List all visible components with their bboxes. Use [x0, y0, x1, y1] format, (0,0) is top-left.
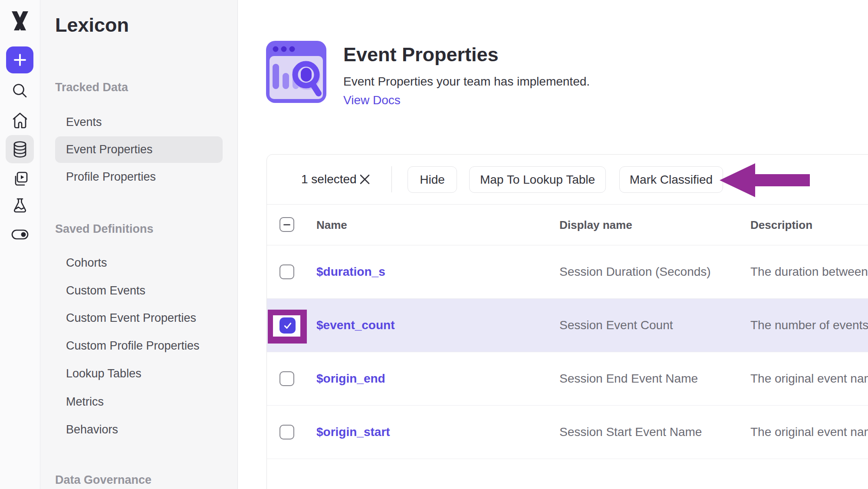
selected-count-label: 1 selected	[301, 172, 357, 186]
sidebar-item-lookup-tables[interactable]: Lookup Tables	[66, 367, 141, 380]
property-name-link[interactable]: $duration_s	[316, 265, 385, 279]
page-subtitle: Event Properties your team has implement…	[343, 75, 590, 89]
selection-toolbar: 1 selected Hide Map To Lookup Table Mark…	[267, 155, 868, 205]
map-to-lookup-table-button[interactable]: Map To Lookup Table	[469, 166, 606, 193]
sidebar-item-events[interactable]: Events	[66, 116, 102, 129]
table-header-row: Name Display name Description	[267, 205, 868, 245]
column-header-name[interactable]: Name	[316, 218, 347, 231]
mark-classified-button[interactable]: Mark Classified	[619, 166, 723, 193]
event-properties-table-card: 1 selected Hide Map To Lookup Table Mark…	[266, 154, 868, 489]
boards-icon[interactable]	[12, 171, 28, 187]
display-name-cell: Session Start Event Name	[559, 425, 702, 439]
description-cell: The original event nam	[750, 372, 868, 386]
display-name-cell: Session Event Count	[559, 318, 673, 332]
sidebar-item-profile-properties[interactable]: Profile Properties	[66, 170, 156, 184]
property-name-link[interactable]: $event_count	[316, 318, 395, 332]
select-all-checkbox[interactable]	[279, 217, 294, 232]
search-icon[interactable]	[12, 83, 28, 99]
sidebar-item-behaviors[interactable]: Behaviors	[66, 423, 118, 436]
sidebar-item-custom-event-properties[interactable]: Custom Event Properties	[66, 311, 196, 325]
display-name-cell: Session Duration (Seconds)	[559, 265, 711, 279]
home-icon[interactable]	[12, 112, 28, 129]
mixpanel-logo-icon[interactable]	[10, 11, 30, 33]
hide-button[interactable]: Hide	[408, 166, 457, 193]
page-title-lexicon: Lexicon	[55, 14, 129, 36]
toolbar-divider	[391, 166, 392, 192]
view-docs-link[interactable]: View Docs	[343, 93, 401, 107]
sidebar-item-event-properties[interactable]: Event Properties	[66, 143, 153, 156]
database-icon[interactable]	[13, 140, 27, 159]
lexicon-sidebar: Lexicon Tracked Data Events Event Proper…	[40, 0, 238, 489]
clear-selection-close-icon[interactable]	[359, 174, 371, 185]
sidebar-item-custom-events[interactable]: Custom Events	[66, 284, 145, 297]
section-data-governance: Data Governance	[55, 473, 151, 487]
sidebar-item-cohorts[interactable]: Cohorts	[66, 256, 107, 270]
sidebar-item-metrics[interactable]: Metrics	[66, 395, 104, 409]
table-row: $duration_s Session Duration (Seconds) T…	[267, 245, 868, 299]
table-row: $event_count Session Event Count The num…	[267, 299, 868, 352]
property-name-link[interactable]: $origin_start	[316, 425, 390, 439]
section-tracked-data: Tracked Data	[55, 81, 128, 94]
indeterminate-dash-icon	[283, 224, 290, 225]
description-cell: The number of events	[750, 318, 868, 332]
toggle-icon[interactable]	[11, 229, 29, 240]
table-row: $origin_end Session End Event Name The o…	[267, 352, 868, 406]
property-name-link[interactable]: $origin_end	[316, 372, 385, 386]
icon-rail	[0, 0, 40, 489]
section-saved-definitions: Saved Definitions	[55, 222, 154, 236]
description-cell: The original event nam	[750, 425, 868, 439]
description-cell: The duration between	[750, 265, 868, 279]
table-row: $origin_start Session Start Event Name T…	[267, 406, 868, 459]
event-properties-illustration-icon	[266, 40, 327, 105]
page-title: Event Properties	[343, 43, 499, 66]
row-checkbox[interactable]	[279, 264, 294, 279]
column-header-display-name[interactable]: Display name	[559, 218, 632, 231]
flask-icon[interactable]	[12, 198, 28, 214]
row-checkbox[interactable]	[279, 425, 294, 439]
display-name-cell: Session End Event Name	[559, 372, 698, 386]
create-plus-button[interactable]	[6, 46, 33, 73]
lexicon-app: Lexicon Tracked Data Events Event Proper…	[0, 0, 868, 489]
annotation-arrow-icon	[719, 162, 811, 200]
sidebar-item-custom-profile-properties[interactable]: Custom Profile Properties	[66, 339, 200, 353]
row-checkbox[interactable]	[279, 317, 296, 334]
column-header-description[interactable]: Description	[750, 218, 812, 231]
row-checkbox[interactable]	[279, 371, 294, 386]
